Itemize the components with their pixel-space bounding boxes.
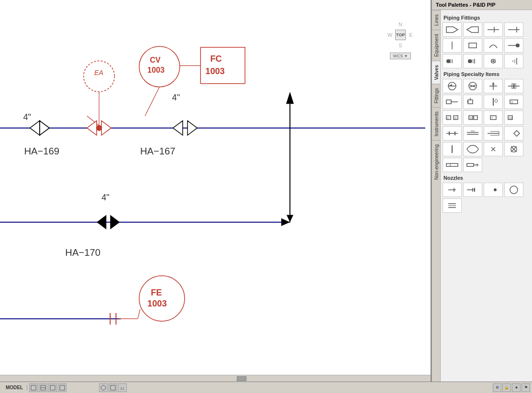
specialty-icon-8[interactable]: S <box>504 95 523 109</box>
fitting-icon-11[interactable] <box>484 54 503 68</box>
statusbar-right-icons: 11 <box>99 383 127 392</box>
specialty-icon-11[interactable]: T <box>484 110 503 125</box>
statusbar-far-right-icons: ⚙ 🔒 ★ ⚑ <box>493 383 530 392</box>
tab-equipment[interactable]: Equipment <box>432 30 440 61</box>
specialty-icon-14[interactable] <box>463 126 482 141</box>
svg-rect-142 <box>111 385 115 390</box>
nav-west[interactable]: W <box>385 30 395 40</box>
nav-top[interactable]: TOP <box>395 30 406 40</box>
specialty-icon-6[interactable] <box>463 95 482 109</box>
svg-point-66 <box>492 60 494 62</box>
nav-se <box>406 40 416 51</box>
statusbar-icon-7[interactable]: 11 <box>118 383 127 392</box>
tab-lines[interactable]: Lines <box>432 10 440 30</box>
nozzle-icon-1[interactable] <box>443 183 462 197</box>
specialty-icon-1[interactable] <box>443 79 462 93</box>
nav-ne <box>406 19 416 30</box>
fitting-icon-7[interactable] <box>484 38 503 53</box>
fitting-icon-4[interactable] <box>504 22 523 37</box>
svg-point-58 <box>446 59 450 63</box>
specialty-icon-15[interactable] <box>484 126 503 141</box>
fitting-icon-12[interactable] <box>504 54 523 68</box>
specialty-icon-20[interactable] <box>504 142 523 156</box>
svg-text:11: 11 <box>120 386 124 391</box>
fitting-icon-1[interactable] <box>443 22 462 37</box>
specialty-icon-9[interactable]: FD <box>443 110 462 125</box>
tab-content-area: Piping Fittings <box>441 10 532 382</box>
specialty-icon-5[interactable] <box>443 95 462 109</box>
tab-valves[interactable]: Valves <box>432 61 440 84</box>
tab-fittings[interactable]: Fittings <box>432 84 440 107</box>
specialty-icon-7[interactable] <box>484 95 503 109</box>
svg-marker-49 <box>467 27 478 33</box>
specialty-icon-18[interactable] <box>463 142 482 156</box>
statusbar-icon-2[interactable] <box>39 383 47 392</box>
nozzles-grid <box>443 183 530 213</box>
fitting-icon-2[interactable] <box>463 22 482 37</box>
statusbar-icon-4[interactable] <box>58 383 66 392</box>
statusbar-icon-star[interactable]: ★ <box>512 383 521 392</box>
specialty-icon-16[interactable] <box>504 126 523 141</box>
nozzle-icon-4[interactable] <box>504 183 523 197</box>
svg-text:4": 4" <box>172 93 180 102</box>
svg-line-45 <box>138 309 140 318</box>
svg-point-25 <box>96 125 102 131</box>
svg-point-141 <box>101 385 106 390</box>
fitting-icon-3[interactable] <box>484 22 503 37</box>
statusbar-icon-row <box>29 383 66 392</box>
svg-text:S: S <box>511 101 513 104</box>
tab-label-list: Lines Equipment Valves Fittings Instrume… <box>432 10 441 382</box>
fitting-icon-5[interactable] <box>443 38 462 53</box>
fitting-icon-10[interactable] <box>463 54 482 68</box>
svg-rect-55 <box>469 43 477 48</box>
navigation-widget: N W TOP E S WCS ▼ <box>385 19 416 59</box>
specialty-icon-17[interactable] <box>443 142 462 156</box>
svg-marker-16 <box>30 121 40 135</box>
canvas-area[interactable]: 4" 4" 4" HA−169 HA−167 HA−170 EA <box>0 0 432 382</box>
fitting-icon-6[interactable] <box>463 38 482 53</box>
statusbar-icon-5[interactable] <box>99 383 108 392</box>
statusbar-icon-6[interactable] <box>109 383 117 392</box>
statusbar-icon-1[interactable] <box>29 383 38 392</box>
svg-marker-40 <box>281 218 290 226</box>
statusbar-spacer <box>70 385 97 390</box>
svg-text:T: T <box>491 117 493 120</box>
tab-instruments[interactable]: Instruments <box>432 107 440 140</box>
nozzle-icon-3[interactable] <box>484 183 503 197</box>
specialty-icon-22[interactable] <box>463 158 482 172</box>
fitting-icon-8[interactable] <box>504 38 523 53</box>
specialty-icon-10[interactable]: D <box>463 110 482 125</box>
statusbar-icon-tools[interactable]: ⚙ <box>493 383 501 392</box>
specialty-icon-21[interactable] <box>443 158 462 172</box>
tab-non-engineering[interactable]: Non-engineering <box>432 140 440 184</box>
svg-marker-17 <box>40 121 49 135</box>
svg-marker-6 <box>287 215 293 222</box>
specialty-icon-12[interactable]: DS <box>504 110 523 125</box>
specialty-icon-2[interactable] <box>463 79 482 93</box>
specialty-icon-19[interactable] <box>484 142 503 156</box>
horizontal-scrollbar[interactable] <box>0 375 431 382</box>
nav-south[interactable]: S <box>395 40 406 51</box>
statusbar-icon-lock[interactable]: 🔒 <box>502 383 511 392</box>
nav-east[interactable]: E <box>406 30 416 40</box>
specialty-icon-3[interactable] <box>484 79 503 93</box>
fitting-icon-9[interactable] <box>443 54 462 68</box>
nav-wcs[interactable]: WCS ▼ <box>390 53 411 59</box>
specialty-icon-13[interactable] <box>443 126 462 141</box>
svg-point-41 <box>139 276 185 321</box>
nozzle-icon-2[interactable] <box>463 183 482 197</box>
statusbar-icon-flag[interactable]: ⚑ <box>521 383 530 392</box>
specialty-grid: S FD D T DS <box>443 79 530 172</box>
statusbar-icon-3[interactable] <box>48 383 57 392</box>
svg-text:D: D <box>454 117 457 120</box>
svg-rect-122 <box>467 164 474 166</box>
svg-marker-48 <box>446 27 458 33</box>
svg-point-19 <box>84 61 115 92</box>
nozzle-icon-5[interactable] <box>443 198 462 213</box>
nav-north[interactable]: N <box>395 19 406 30</box>
svg-point-92 <box>495 99 498 102</box>
specialty-icon-4[interactable] <box>504 79 523 93</box>
svg-marker-39 <box>110 215 120 229</box>
svg-rect-120 <box>446 164 458 166</box>
section-nozzles-title: Nozzles <box>443 175 529 181</box>
